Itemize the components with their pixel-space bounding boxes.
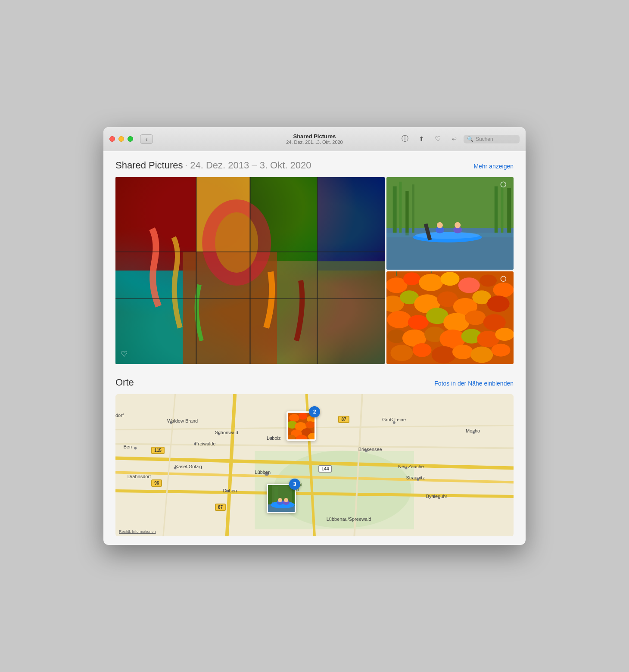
main-content: Shared Pictures · 24. Dez. 2013 – 3. Okt… <box>103 151 526 545</box>
photo-stained-glass[interactable]: ♡ <box>115 177 385 364</box>
titlebar-center: Shared Pictures 24. Dez. 201...3. Okt. 2… <box>286 133 343 145</box>
svg-point-42 <box>419 274 443 291</box>
svg-point-53 <box>487 296 510 312</box>
svg-point-58 <box>465 311 486 325</box>
maximize-button[interactable] <box>128 136 133 142</box>
album-title: Shared Pictures <box>115 160 183 171</box>
svg-point-100 <box>433 495 435 498</box>
orte-header: Orte Fotos in der Nähe einblenden <box>115 377 514 388</box>
album-date-range: 24. Dez. 2013 – 3. Okt. 2020 <box>190 160 311 171</box>
svg-point-44 <box>458 277 480 293</box>
mehr-anzeigen-link[interactable]: Mehr anzeigen <box>473 163 514 170</box>
svg-rect-27 <box>495 187 498 233</box>
svg-point-71 <box>470 347 493 363</box>
photo-heart-icon[interactable]: ♡ <box>121 349 128 359</box>
svg-point-91 <box>269 437 272 439</box>
svg-point-70 <box>452 345 473 359</box>
orte-title: Orte <box>115 377 134 388</box>
back-icon: ‹ <box>146 136 148 143</box>
orte-section: Orte Fotos in der Nähe einblenden <box>115 377 514 536</box>
svg-point-43 <box>441 272 460 286</box>
svg-point-8 <box>215 212 258 273</box>
photo-grid: ♡ <box>115 177 514 364</box>
svg-point-46 <box>493 283 514 297</box>
rotate-icon: ↩ <box>452 136 457 142</box>
window-title: Shared Pictures <box>286 133 343 140</box>
share-button[interactable]: ⬆ <box>414 133 428 145</box>
svg-point-32 <box>415 232 480 239</box>
svg-point-97 <box>405 467 408 470</box>
svg-rect-25 <box>405 191 408 235</box>
search-box[interactable]: 🔍 <box>464 135 520 143</box>
svg-rect-24 <box>399 182 402 233</box>
search-icon: 🔍 <box>467 136 473 142</box>
info-icon: ⓘ <box>402 134 408 143</box>
svg-point-92 <box>174 467 177 470</box>
svg-point-69 <box>432 346 456 364</box>
svg-point-37 <box>455 222 461 228</box>
svg-point-67 <box>390 345 413 361</box>
svg-point-55 <box>408 315 429 330</box>
stained-glass-image <box>115 177 385 364</box>
svg-point-35 <box>437 222 443 228</box>
svg-point-89 <box>218 432 220 435</box>
rotate-button[interactable]: ↩ <box>447 133 461 145</box>
heart-icon: ♡ <box>435 135 441 143</box>
window-subtitle: 24. Dez. 201...3. Okt. 2020 <box>286 140 343 145</box>
minimize-button[interactable] <box>118 136 124 142</box>
section-header: Shared Pictures · 24. Dez. 2013 – 3. Okt… <box>115 160 514 171</box>
svg-point-68 <box>413 343 432 357</box>
heart-button[interactable]: ♡ <box>431 133 445 145</box>
section-title-area: Shared Pictures · 24. Dez. 2013 – 3. Okt… <box>115 160 311 171</box>
traffic-lights <box>109 136 133 142</box>
svg-point-41 <box>403 272 420 285</box>
titlebar: ‹ Shared Pictures 24. Dez. 201...3. Okt.… <box>103 127 526 151</box>
svg-point-93 <box>265 472 269 476</box>
svg-point-66 <box>495 328 514 341</box>
search-input[interactable] <box>476 136 516 142</box>
svg-point-88 <box>170 421 172 424</box>
svg-point-54 <box>387 311 411 328</box>
svg-rect-26 <box>412 184 414 233</box>
svg-point-94 <box>226 489 228 492</box>
titlebar-actions: ⓘ ⬆ ♡ ↩ 🔍 <box>398 133 520 145</box>
svg-point-59 <box>483 314 506 330</box>
svg-point-99 <box>473 431 475 434</box>
photo-kayak[interactable] <box>386 177 514 270</box>
svg-point-72 <box>492 344 511 357</box>
svg-point-57 <box>443 313 469 332</box>
svg-rect-23 <box>393 187 397 233</box>
photo-pumpkins[interactable] <box>386 271 514 364</box>
svg-rect-28 <box>501 182 504 233</box>
svg-point-90 <box>194 443 196 445</box>
svg-rect-3 <box>318 177 385 271</box>
svg-point-96 <box>365 450 367 452</box>
svg-point-95 <box>393 421 395 424</box>
map-container[interactable]: Waldow Brand Schönwald Freiwalde Lubolz … <box>115 394 514 536</box>
svg-rect-29 <box>507 188 511 233</box>
fotos-naehe-link[interactable]: Fotos in der Nähe einblenden <box>434 380 514 387</box>
svg-point-101 <box>134 447 137 449</box>
svg-point-45 <box>480 275 497 287</box>
back-button[interactable]: ‹ <box>140 134 153 144</box>
svg-point-98 <box>417 478 419 481</box>
svg-rect-6 <box>277 261 385 364</box>
title-separator: · <box>185 160 190 171</box>
close-button[interactable] <box>109 136 115 142</box>
app-window: ‹ Shared Pictures 24. Dez. 201...3. Okt.… <box>103 127 526 545</box>
info-button[interactable]: ⓘ <box>398 133 412 145</box>
share-icon: ⬆ <box>419 135 424 143</box>
